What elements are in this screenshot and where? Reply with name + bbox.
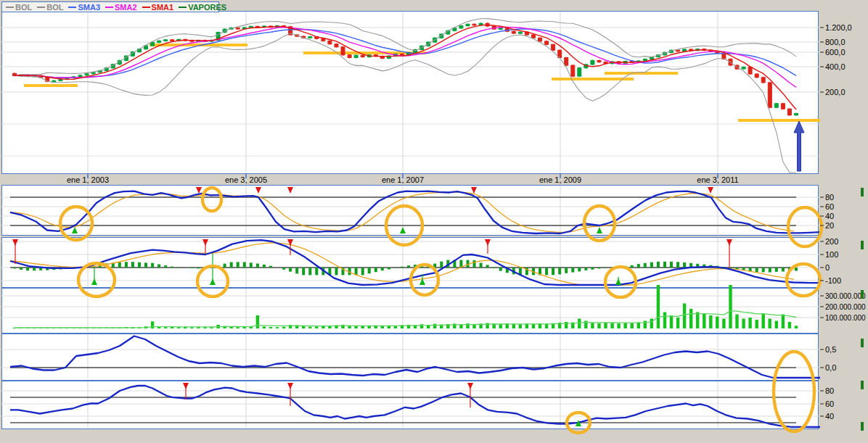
volume-panel[interactable] [1, 288, 819, 334]
axis-tick-label: 200 [825, 237, 838, 246]
legend-label: BOL [46, 3, 63, 12]
charting-app-window: { "window": {"width": 1196, "height": 61… [0, 0, 868, 443]
oscillator1-panel[interactable] [1, 185, 819, 236]
sma1-line-swatch [142, 7, 150, 8]
sma2-line-swatch [105, 7, 113, 8]
axis-tick-label: 1.200,0 [825, 23, 852, 32]
legend-item-sma1[interactable]: SMA1 [142, 3, 174, 12]
panel-marker-icon [861, 241, 864, 249]
axis-tick-label: 0 [825, 263, 830, 272]
legend-label: BOL [15, 3, 32, 12]
legend-label: SMA1 [152, 3, 174, 12]
date-label: ene 1, 2007 [374, 175, 432, 184]
axis-tick-label: 80 [825, 193, 834, 202]
axis-tick-label: 40 [825, 412, 834, 421]
date-label: ene 1, 2003 [59, 175, 117, 184]
legend-item-symbol[interactable]: VAPORES [179, 3, 226, 12]
bol-line-swatch [37, 7, 45, 8]
date-label: ene 3, 2011 [689, 175, 747, 184]
date-label: ene 3, 2005 [217, 175, 275, 184]
legend-item-bol-upper[interactable]: BOL [6, 3, 32, 12]
legend-item-sma3[interactable]: SMA3 [68, 3, 100, 12]
panel-marker-icon [861, 188, 864, 196]
axis-tick-label: 600,0 [825, 48, 846, 57]
legend-item-bol-lower[interactable]: BOL [37, 3, 63, 12]
oscillator3-panel[interactable] [1, 381, 819, 429]
axis-tick-label: 40 [825, 212, 834, 220]
panel-marker-icon [861, 381, 864, 389]
oscillator2-panel[interactable] [1, 334, 819, 381]
axis-tick-label: 400,0 [825, 62, 846, 71]
axis-tick-label: 60 [825, 399, 834, 408]
axis-tick-label: 200,0 [825, 88, 846, 96]
axis-tick-label: 0,5 [825, 345, 836, 354]
legend-label: SMA2 [115, 3, 137, 12]
panel-edge-markers [861, 188, 864, 431]
axis-tick-label: 20 [825, 221, 834, 230]
bol-line-swatch [6, 7, 14, 8]
date-axis: ene 1, 2003 ene 3, 2005 ene 1, 2007 ene … [1, 175, 820, 184]
date-label: ene 1, 2009 [531, 175, 589, 184]
panel-marker-icon [861, 339, 864, 347]
panel-marker-icon [861, 422, 864, 431]
legend-item-sma2[interactable]: SMA2 [105, 3, 137, 12]
panel-marker-icon [861, 290, 864, 299]
price-chart-panel[interactable] [1, 11, 819, 174]
axis-labels: 1.200,0800,0600,0400,0200,08060402020010… [820, 23, 866, 421]
axis-tick-label: 80 [825, 386, 834, 395]
symbol-line-swatch [179, 7, 187, 8]
macd-panel[interactable] [1, 237, 819, 288]
indicator-legend: BOL BOL SMA3 SMA2 SMA1 VAPORES [1, 1, 219, 12]
axis-tick-label: 0,0 [825, 363, 836, 372]
legend-label: VAPORES [188, 3, 226, 12]
sma3-line-swatch [68, 7, 76, 8]
axis-tick-label: 100.000.000 [825, 314, 866, 322]
axis-tick-label: 800,0 [825, 38, 846, 46]
axis-tick-label: 100 [825, 250, 838, 259]
axis-tick-label: 200.000.000 [825, 303, 866, 311]
axis-tick-label: 300.000.000 [825, 292, 866, 300]
axis-tick-label: 60 [825, 202, 834, 211]
legend-label: SMA3 [78, 3, 100, 12]
axis-tick-label: -100 [825, 276, 841, 285]
